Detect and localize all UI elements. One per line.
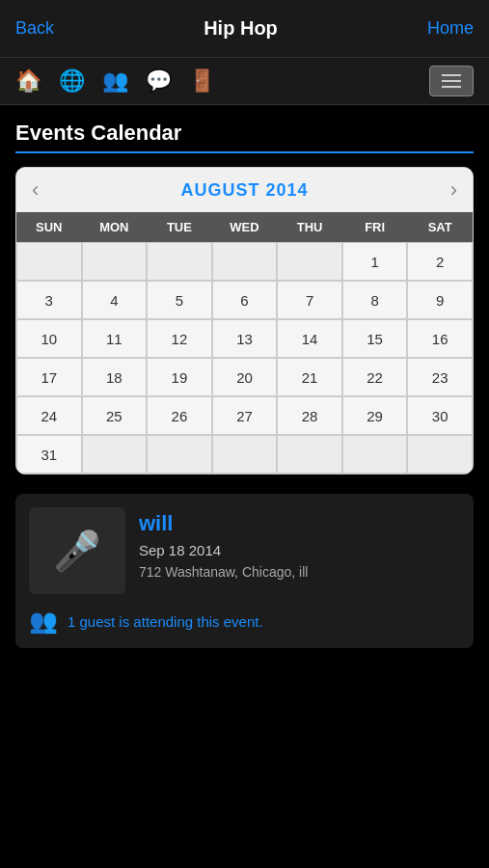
- cal-cell: [147, 242, 212, 281]
- nav-bar: 🏠 🌐 👥 💬 🚪: [0, 58, 489, 105]
- cal-cell[interactable]: 4: [82, 281, 148, 319]
- calendar-next-button[interactable]: ›: [450, 177, 457, 203]
- cal-cell[interactable]: 13: [212, 319, 278, 358]
- main-content: Events Calendar ‹ AUGUST 2014 › SUN MON …: [0, 105, 489, 664]
- cal-cell[interactable]: 6: [212, 281, 278, 319]
- cal-cell[interactable]: 11: [82, 319, 148, 358]
- events-calendar-title: Events Calendar: [15, 121, 474, 146]
- event-info: will Sep 18 2014 712 Washtanaw, Chicago,…: [139, 507, 308, 580]
- day-wed: WED: [212, 212, 278, 242]
- cal-cell[interactable]: 19: [147, 358, 212, 396]
- cal-cell[interactable]: 16: [407, 319, 473, 358]
- event-name: will: [139, 511, 308, 536]
- cal-cell[interactable]: 23: [407, 358, 473, 396]
- app-header: Back Hip Hop Home: [0, 0, 489, 58]
- cal-cell[interactable]: 5: [147, 281, 212, 319]
- cal-cell: [212, 242, 278, 281]
- cal-cell[interactable]: 26: [147, 396, 212, 435]
- events-calendar-section: Events Calendar ‹ AUGUST 2014 › SUN MON …: [15, 121, 474, 475]
- people-icon[interactable]: 👥: [102, 68, 128, 94]
- cal-cell: [147, 435, 212, 474]
- cal-cell[interactable]: 22: [342, 358, 408, 396]
- menu-button[interactable]: [429, 66, 474, 96]
- cal-cell[interactable]: 29: [342, 396, 408, 435]
- event-card: 🎤 will Sep 18 2014 712 Washtanaw, Chicag…: [15, 494, 474, 648]
- cal-cell: [277, 242, 342, 281]
- cal-cell[interactable]: 14: [277, 319, 342, 358]
- cal-cell[interactable]: 2: [407, 242, 473, 281]
- microphone-icon: 🎤: [53, 529, 101, 574]
- day-mon: MON: [82, 212, 148, 242]
- cal-cell[interactable]: 24: [16, 396, 82, 435]
- event-address: 712 Washtanaw, Chicago, ill: [139, 564, 308, 580]
- day-tue: TUE: [147, 212, 212, 242]
- calendar-month-label: AUGUST 2014: [180, 180, 308, 201]
- calendar-title-underline: [15, 151, 474, 153]
- event-footer: 👥 1 guest is attending this event.: [29, 604, 460, 635]
- calendar-prev-button[interactable]: ‹: [32, 177, 39, 203]
- cal-cell[interactable]: 25: [82, 396, 148, 435]
- cal-cell[interactable]: 20: [212, 358, 278, 396]
- cal-cell[interactable]: 27: [212, 396, 278, 435]
- day-sat: SAT: [407, 212, 473, 242]
- chat-icon[interactable]: 💬: [146, 68, 172, 94]
- day-fri: FRI: [342, 212, 408, 242]
- day-sun: SUN: [16, 212, 82, 242]
- event-date: Sep 18 2014: [139, 542, 308, 558]
- cal-cell[interactable]: 9: [407, 281, 473, 319]
- calendar-days-header: SUN MON TUE WED THU FRI SAT: [16, 212, 473, 242]
- calendar-box: ‹ AUGUST 2014 › SUN MON TUE WED THU FRI …: [15, 167, 474, 475]
- event-guests-text: 1 guest is attending this event.: [68, 613, 263, 630]
- event-card-top: 🎤 will Sep 18 2014 712 Washtanaw, Chicag…: [29, 507, 460, 594]
- cal-cell[interactable]: 8: [342, 281, 408, 319]
- cal-cell: [212, 435, 278, 474]
- cal-cell[interactable]: 28: [277, 396, 342, 435]
- event-thumbnail: 🎤: [29, 507, 125, 594]
- cal-cell[interactable]: 21: [277, 358, 342, 396]
- globe-icon[interactable]: 🌐: [59, 68, 85, 94]
- cal-cell: [407, 435, 473, 474]
- home-button[interactable]: Home: [427, 18, 474, 39]
- cal-cell: [82, 242, 148, 281]
- cal-cell[interactable]: 12: [147, 319, 212, 358]
- page-title: Hip Hop: [204, 17, 278, 40]
- cal-cell: [277, 435, 342, 474]
- cal-cell[interactable]: 30: [407, 396, 473, 435]
- cal-cell[interactable]: 3: [16, 281, 82, 319]
- cal-cell[interactable]: 15: [342, 319, 408, 358]
- guests-icon: 👥: [29, 608, 58, 635]
- calendar-header: ‹ AUGUST 2014 ›: [16, 168, 473, 212]
- cal-cell[interactable]: 31: [16, 435, 82, 474]
- home-icon[interactable]: 🏠: [15, 68, 41, 94]
- back-button[interactable]: Back: [15, 18, 54, 39]
- nav-icons: 🏠 🌐 👥 💬 🚪: [15, 68, 215, 94]
- cal-cell: [342, 435, 408, 474]
- cal-cell[interactable]: 10: [16, 319, 82, 358]
- cal-cell[interactable]: 18: [82, 358, 148, 396]
- cal-cell[interactable]: 1: [342, 242, 408, 281]
- calendar-grid: 1234567891011121314151617181920212223242…: [16, 242, 473, 474]
- cal-cell: [82, 435, 148, 474]
- day-thu: THU: [277, 212, 342, 242]
- logout-icon[interactable]: 🚪: [189, 68, 215, 94]
- cal-cell[interactable]: 17: [16, 358, 82, 396]
- cal-cell: [16, 242, 82, 281]
- cal-cell[interactable]: 7: [277, 281, 342, 319]
